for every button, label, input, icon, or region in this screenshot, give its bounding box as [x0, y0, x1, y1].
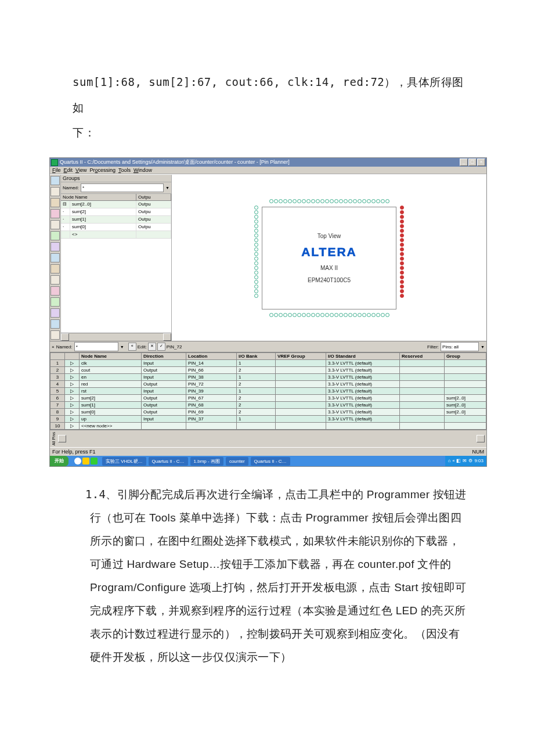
menu-tools[interactable]: Tools: [118, 167, 131, 173]
para-text: 引脚分配完成后再次进行全编译，点击工具栏中的 Programmer 按钮进行（也…: [90, 488, 467, 663]
group-row[interactable]: ·sum[1]Outpu: [61, 216, 171, 224]
col-header[interactable]: I/O Bank: [237, 353, 276, 360]
col-header[interactable]: Direction: [142, 353, 186, 360]
scroll-right[interactable]: [163, 333, 171, 341]
minimize-button[interactable]: _: [460, 159, 468, 166]
start-button[interactable]: 开始: [50, 456, 68, 466]
tool-icon[interactable]: [50, 176, 60, 185]
pin-row[interactable]: 6▷sum[2]OutputPIN_6723.3-V LVTTL (defaul…: [50, 395, 486, 402]
side-tab[interactable]: All Pins: [52, 431, 56, 447]
maximize-button[interactable]: ▢: [468, 159, 477, 166]
pin-row[interactable]: 3▷enInputPIN_3813.3-V LVTTL (default): [50, 374, 486, 381]
chip-family: MAX II: [320, 265, 338, 271]
taskbar-item[interactable]: counter: [226, 457, 248, 466]
group-row[interactable]: ⊟sum[2..0]Outpu: [61, 201, 171, 208]
tool-icon[interactable]: [50, 220, 60, 229]
group-row[interactable]: ·sum[2]Outpu: [61, 208, 171, 216]
filter-label: Filter:: [427, 344, 439, 350]
taskbar-item[interactable]: 1.bmp - 画图: [190, 457, 223, 466]
tray-icon[interactable]: ⌂: [448, 456, 451, 466]
bottom-named-input[interactable]: [74, 342, 118, 351]
taskbar-item[interactable]: Quartus II - C…: [251, 457, 290, 466]
tray-icon[interactable]: ✉: [463, 456, 467, 466]
col-header[interactable]: VREF Group: [276, 353, 326, 360]
pin-row[interactable]: 8▷sum[0]OutputPIN_6923.3-V LVTTL (defaul…: [50, 409, 486, 416]
tool-icon[interactable]: [50, 319, 60, 329]
group-row[interactable]: ·sum[0]Outpu: [61, 224, 171, 231]
tool-icon[interactable]: [50, 242, 60, 251]
tool-icon[interactable]: [50, 286, 60, 296]
edit-btn-left[interactable]: «: [128, 343, 136, 351]
col-header[interactable]: Reserved: [400, 353, 445, 360]
menu-file[interactable]: File: [52, 167, 61, 173]
scroll-left[interactable]: [61, 333, 69, 341]
tool-icon[interactable]: [50, 187, 60, 196]
app-icon: [51, 159, 58, 166]
pin-row[interactable]: 1▷clkInputPIN_1413.3-V LVTTL (default): [50, 360, 486, 367]
chip-top-view: Top View: [317, 233, 341, 239]
bottom-edit-value: PIN_72: [167, 344, 182, 350]
status-right: NUM: [472, 449, 485, 455]
pin-row[interactable]: 7▷sum[1]OutputPIN_6823.3-V LVTTL (defaul…: [50, 402, 486, 409]
filter-dropdown[interactable]: [441, 342, 479, 351]
quicklaunch-icon[interactable]: [91, 458, 98, 465]
altera-logo: ALTERA: [301, 245, 357, 259]
menu-window[interactable]: Window: [134, 167, 152, 173]
tool-icon[interactable]: [50, 209, 60, 218]
tool-icon[interactable]: [50, 253, 60, 262]
tool-icon[interactable]: [50, 297, 60, 307]
col-header[interactable]: Location: [186, 353, 237, 360]
named-label: Named:: [63, 185, 79, 190]
h-scrollbar[interactable]: [61, 333, 171, 341]
h-scrollbar-bottom[interactable]: [58, 435, 485, 442]
left-toolbar[interactable]: [50, 175, 61, 341]
pin-row[interactable]: 9▷upInputPIN_3713.3-V LVTTL (default): [50, 416, 486, 423]
pin-row[interactable]: 10▷<<new node>>: [50, 423, 486, 430]
tray-icon[interactable]: ⚙: [468, 456, 472, 466]
taskbar-item[interactable]: 实验三 VHDL硬…: [102, 457, 146, 466]
window-titlebar: Quartus II - C:/Documents and Settings/A…: [50, 158, 486, 167]
edit-btn-x[interactable]: ✕: [148, 343, 156, 351]
pin-row[interactable]: 2▷coutOutputPIN_6623.3-V LVTTL (default): [50, 367, 486, 374]
status-left: For Help, press F1: [52, 449, 96, 455]
tool-icon[interactable]: [50, 264, 60, 273]
pin-table[interactable]: Node NameDirectionLocationI/O BankVREF G…: [50, 352, 486, 430]
menu-processing[interactable]: Processing: [89, 167, 116, 173]
taskbar-item[interactable]: Quartus II - C…: [149, 457, 188, 466]
window-title: Quartus II - C:/Documents and Settings/A…: [60, 159, 290, 166]
statusbar: For Help, press F1 NUM: [50, 447, 486, 456]
pin-table-area: × Named: ▼ « Edit: ✕ ✓ PIN_72 Filter: ▼ …: [50, 341, 486, 447]
tray-icon[interactable]: ◧: [456, 456, 461, 466]
col-header[interactable]: Node Name: [80, 353, 142, 360]
tool-icon[interactable]: [50, 198, 60, 207]
col-header[interactable]: [50, 353, 65, 360]
col-dir[interactable]: Outpu: [136, 194, 171, 200]
chip-part: EPM240T100C5: [308, 277, 351, 283]
taskbar: 开始 实验三 VHDL硬…Quartus II - C…1.bmp - 画图co…: [50, 456, 486, 466]
menu-edit[interactable]: Edit: [64, 167, 73, 173]
menu-view[interactable]: View: [75, 167, 86, 173]
col-node-name[interactable]: Node Name: [61, 194, 136, 200]
close-button[interactable]: ×: [477, 159, 485, 166]
quicklaunch-icon[interactable]: [74, 458, 81, 465]
group-row[interactable]: <>: [61, 231, 171, 239]
quartus-screenshot: Quartus II - C:/Documents and Settings/A…: [49, 157, 487, 467]
tool-icon[interactable]: [50, 231, 60, 240]
body-paragraph: 1.4、引脚分配完成后再次进行全编译，点击工具栏中的 Programmer 按钮…: [67, 483, 467, 668]
menubar: File Edit View Processing Tools Window: [50, 167, 486, 174]
tool-icon[interactable]: [50, 330, 60, 340]
named-dropdown[interactable]: [81, 183, 164, 192]
tool-icon[interactable]: [50, 308, 60, 318]
tool-icon[interactable]: [50, 275, 60, 285]
col-header[interactable]: I/O Standard: [326, 353, 400, 360]
edit-btn-ok[interactable]: ✓: [157, 343, 165, 351]
pin-row[interactable]: 4▷redOutputPIN_7223.3-V LVTTL (default): [50, 381, 486, 388]
col-header[interactable]: Group: [445, 353, 486, 360]
chip-view[interactable]: Top View ALTERA MAX II EPM240T100C5: [172, 175, 486, 341]
para-prefix: 1.4、: [85, 488, 117, 501]
pin-row[interactable]: 5▷rstInputPIN_3913.3-V LVTTL (default): [50, 388, 486, 395]
tray[interactable]: ⌂ « ◧ ✉ ⚙ 9:03: [445, 456, 486, 466]
quicklaunch-icon[interactable]: [82, 458, 89, 465]
groups-header: Groups: [61, 175, 171, 182]
col-header[interactable]: [65, 353, 80, 360]
